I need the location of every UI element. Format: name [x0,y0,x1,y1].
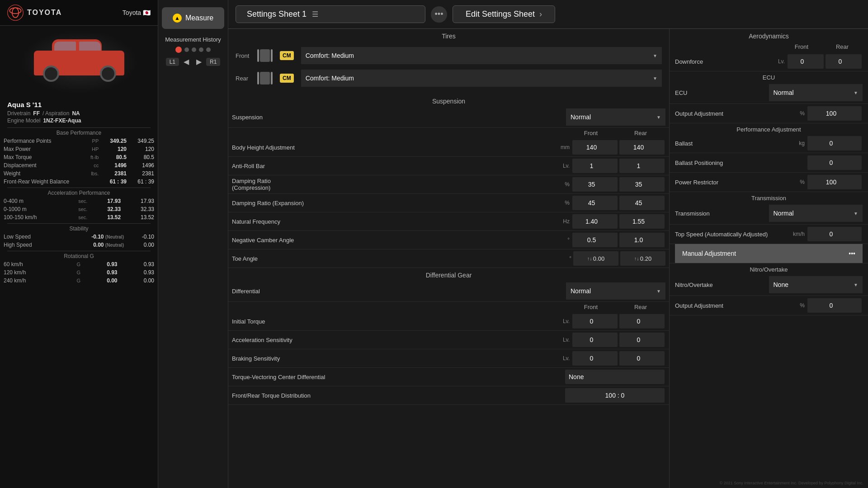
downforce-front-input[interactable] [788,54,824,69]
trans-label: Transmission [675,210,769,217]
ecu-row: ECU Normal [670,82,868,104]
nitro-output-adj-row: Output Adjustment % [670,296,868,315]
initial-torque-front-input[interactable] [572,314,618,328]
suspension-dropdown-wrapper: Normal [566,108,665,126]
ecu-select[interactable]: Normal [769,84,863,101]
tvcd-input[interactable] [565,370,665,384]
anti-roll-rear-input[interactable] [619,159,665,173]
camber-rear-input[interactable] [619,233,665,247]
more-options-button[interactable]: ••• [431,6,447,23]
dot-4 [199,47,203,52]
body-height-rear-input[interactable] [619,140,665,155]
nitro-label: Nitro/Overtake [675,282,769,288]
diff-label: Differential [232,288,566,295]
toe-angle-front-input[interactable]: ↑↓ 0.00 [573,251,618,266]
table-row: 0-400 m sec. 17.93 17.93 [0,197,158,205]
ballast-input[interactable] [807,136,862,150]
table-row: 0-1000 m sec. 32.33 32.33 [0,205,158,213]
body-height-front-input[interactable] [572,140,618,155]
braking-sens-rear-input[interactable] [619,351,665,366]
damping-exp-front-input[interactable] [572,196,618,210]
natural-freq-row: Natural Frequency Hz [228,212,669,231]
nitro-select[interactable]: None [769,276,863,293]
table-row: Low Speed -0.10 (Neutral) -0.10 [0,233,158,241]
braking-sens-front-input[interactable] [572,351,618,366]
output-adj-input[interactable] [807,106,862,121]
braking-sens-unit: Lv. [554,355,570,361]
ecu-section-title: ECU [670,71,868,82]
tire-front-label: Front [236,52,254,59]
torque-dist-row: Front/Rear Torque Distribution [228,386,669,405]
ballast-pos-input[interactable] [807,155,862,170]
trans-select[interactable]: Normal [769,205,863,222]
tire-rear-visual [257,72,273,84]
natural-freq-rear-input[interactable] [619,214,665,229]
edit-settings-button[interactable]: Edit Settings Sheet › [453,5,555,23]
balance-val: 61 : 39 [130,178,158,186]
suspension-type-select[interactable]: Normal [566,108,665,126]
toe-angle-rear-input[interactable]: ↑↓ 0.20 [620,251,665,266]
disp-label: Displacement [0,161,85,169]
tire-rear-label: Rear [236,75,254,82]
accel-sens-front-input[interactable] [572,333,618,347]
diff-section-title: Differential Gear [228,268,669,281]
accel-sens-rear-input[interactable] [619,333,665,347]
measurement-history-label: Measurement History [165,36,221,43]
dot-3 [192,47,196,52]
prev-button[interactable]: ◀ [181,56,192,67]
accel-sens-row: Acceleration Sensitivity Lv. [228,331,669,349]
diff-type-select[interactable]: Normal [566,282,665,300]
tire-center-icon [260,49,270,62]
initial-torque-rear-input[interactable] [619,314,665,328]
natural-freq-front-input[interactable] [572,214,618,229]
braking-sens-row: Braking Sensitivity Lv. [228,349,669,368]
output-adj-unit: % [789,110,805,117]
rot120-label: 120 km/h [0,268,61,277]
damping-comp-rear-input[interactable] [619,177,665,192]
initial-torque-label: Initial Torque [232,318,554,325]
anti-roll-front-input[interactable] [572,159,618,173]
body-height-row: Body Height Adjustment mm [228,138,669,157]
ballast-pos-row: Ballast Positioning [670,153,868,173]
power-restrictor-input[interactable] [807,175,862,189]
balance-label: Front-Rear Weight Balance [0,178,85,186]
measure-button[interactable]: ▲ Measure [162,7,224,29]
camber-front-input[interactable] [572,233,618,247]
toe-angle-unit: ° [556,255,571,262]
tire-rear-select[interactable]: Comfort: Medium [301,70,662,87]
settings-sheet-button[interactable]: Settings Sheet 1 ☰ [236,5,425,23]
damping-exp-rear-input[interactable] [619,196,665,210]
dot-active [175,47,182,53]
diff-col-headers: Front Rear [228,302,669,312]
power-restrictor-unit: % [789,179,805,185]
natural-freq-unit: Hz [554,218,570,225]
accel1-unit: sec. [65,197,91,205]
high-speed-base: 0.00 (Neutral) [66,241,127,249]
dot-2 [184,47,189,52]
nitro-output-adj-input[interactable] [807,298,862,313]
tire-front-dropdown-wrapper: Comfort: Medium [301,47,662,64]
torque-dist-input[interactable] [565,388,665,403]
disp-base: 1496 [102,161,130,169]
damping-comp-front-input[interactable] [572,177,618,192]
top-speed-label: Top Speed (Automatically Adjusted) [675,231,789,238]
rot120-val: 0.93 [121,268,158,277]
pp-base: 349.25 [102,137,130,145]
acceleration-table: 0-400 m sec. 17.93 17.93 0-1000 m sec. 3… [0,197,158,221]
rot120-base: 0.93 [84,268,121,277]
rot240-val: 0.00 [121,277,158,285]
top-speed-input[interactable] [807,227,862,241]
damping-exp-unit: % [554,200,570,206]
rot240-label: 240 km/h [0,277,61,285]
history-dots [175,47,211,53]
chevron-right-icon: › [539,9,542,19]
next-button[interactable]: ▶ [193,56,204,67]
manual-adjustment-button[interactable]: Manual Adjustment ••• [675,244,863,263]
low-speed-base: -0.10 (Neutral) [66,233,127,241]
weight-val: 2381 [130,169,158,178]
toe-arrow-icon: ↑↓ [587,256,592,261]
downforce-rear-input[interactable] [826,54,862,69]
accel1-label: 0-400 m [0,197,65,205]
tire-front-select[interactable]: Comfort: Medium [301,47,662,64]
table-row: 60 km/h G 0.93 0.93 [0,260,158,268]
